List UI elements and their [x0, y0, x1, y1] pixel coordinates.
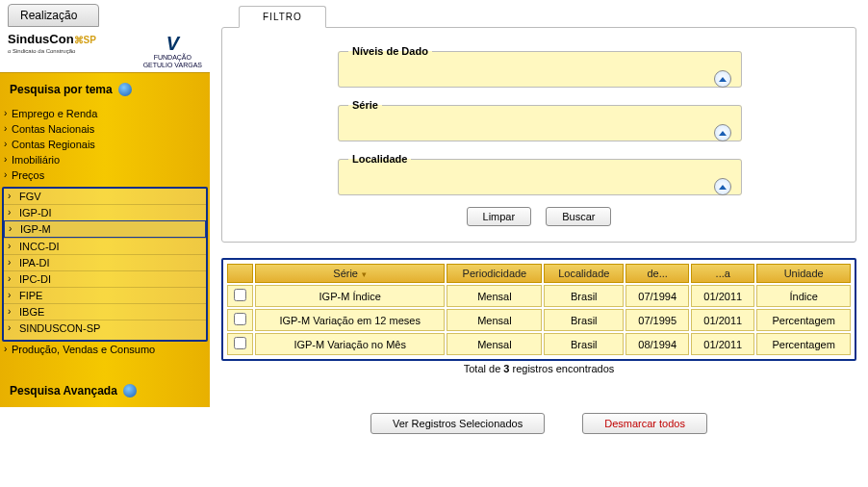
filter-panel: Níveis de Dado Série Localidade Limpar B… [221, 27, 856, 243]
fgv-logo: V FUNDAÇÃO GETULIO VARGAS [143, 33, 202, 68]
dropdown-localidade-icon[interactable] [714, 178, 731, 195]
logo-area: SindusCon⌘SP o Sindicato da Construção V… [0, 27, 210, 72]
nav-section: Pesquisa por tema Emprego e Renda Contas… [0, 72, 210, 407]
row-checkbox[interactable] [234, 313, 246, 325]
col-unidade[interactable]: Unidade [756, 264, 851, 283]
tab-filtro[interactable]: FILTRO [239, 6, 326, 28]
cell-loc: Brasil [544, 309, 624, 331]
total-line: Total de 3 registros encontrados [221, 363, 856, 374]
nav-subitem[interactable]: IPA-DI [4, 254, 206, 270]
nav-subitem[interactable]: FIPE [4, 287, 206, 303]
col-localidade[interactable]: Localidade [544, 264, 624, 283]
nav-item[interactable]: Preços [0, 167, 210, 183]
globe-icon [123, 384, 137, 397]
col-check [227, 264, 253, 283]
results-table: Série▾ Periodicidade Localidade de... ..… [225, 262, 853, 357]
dropdown-niveis-icon[interactable] [714, 70, 731, 88]
cell-serie: IGP-M Variação no Mês [255, 333, 445, 355]
nav-item[interactable]: Imobiliário [0, 152, 210, 167]
fieldset-localidade: Localidade [338, 153, 742, 195]
table-row: IGP-M Variação em 12 mesesMensalBrasil07… [227, 309, 851, 331]
dropdown-serie-icon[interactable] [714, 124, 731, 141]
nav-item[interactable]: Contas Regionais [0, 137, 210, 152]
nav-item[interactable]: Emprego e Renda [0, 106, 210, 121]
cell-de: 07/1994 [625, 285, 689, 307]
sort-icon: ▾ [362, 269, 367, 279]
cell-loc: Brasil [544, 285, 624, 307]
realizacao-tab[interactable]: Realização [8, 4, 99, 27]
buscar-button[interactable]: Buscar [546, 207, 611, 226]
cell-unidade: Percentagem [756, 333, 851, 355]
cell-serie: IGP-M Índice [255, 285, 445, 307]
nav-subitem[interactable]: IBGE [4, 303, 206, 320]
main-panel: FILTRO Níveis de Dado Série Localidade L… [210, 0, 868, 487]
limpar-button[interactable]: Limpar [467, 207, 532, 226]
cell-unidade: Percentagem [756, 309, 851, 331]
cell-period: Mensal [447, 333, 542, 355]
row-checkbox[interactable] [234, 337, 246, 349]
col-serie[interactable]: Série▾ [255, 264, 445, 283]
cell-serie: IGP-M Variação em 12 meses [255, 309, 445, 331]
cell-period: Mensal [447, 285, 542, 307]
nav-subitem[interactable]: IPC-DI [4, 270, 206, 287]
cell-unidade: Índice [756, 285, 851, 307]
sinduscon-logo: SindusCon⌘SP o Sindicato da Construção [8, 33, 96, 55]
ver-registros-button[interactable]: Ver Registros Selecionados [370, 413, 545, 434]
globe-icon [118, 83, 132, 96]
nav-subgroup-precos: FGV IGP-DI IGP-M INCC-DI IPA-DI IPC-DI F… [2, 187, 208, 342]
cell-de: 07/1995 [625, 309, 689, 331]
nav-subitem[interactable]: SINDUSCON-SP [4, 320, 206, 336]
sidebar: Realização SindusCon⌘SP o Sindicato da C… [0, 0, 210, 487]
col-de[interactable]: de... [625, 264, 689, 283]
table-row: IGP-M Variação no MêsMensalBrasil08/1994… [227, 333, 851, 355]
cell-period: Mensal [447, 309, 542, 331]
row-checkbox[interactable] [234, 289, 246, 301]
cell-a: 01/2011 [691, 309, 754, 331]
nav-subitem[interactable]: IGP-DI [4, 204, 206, 220]
fieldset-serie: Série [338, 99, 742, 141]
cell-loc: Brasil [544, 333, 624, 355]
nav-subitem-selected[interactable]: IGP-M [4, 220, 206, 238]
table-row: IGP-M ÍndiceMensalBrasil07/199401/2011Ín… [227, 285, 851, 307]
pesquisa-tema-header[interactable]: Pesquisa por tema [0, 73, 210, 106]
legend-niveis: Níveis de Dado [348, 45, 432, 57]
results-table-wrap: Série▾ Periodicidade Localidade de... ..… [221, 258, 856, 361]
nav-subitem[interactable]: INCC-DI [4, 238, 206, 254]
desmarcar-todos-button[interactable]: Desmarcar todos [582, 413, 707, 434]
cell-a: 01/2011 [691, 285, 754, 307]
nav-list-main: Emprego e Renda Contas Nacionais Contas … [0, 106, 210, 187]
col-periodicidade[interactable]: Periodicidade [447, 264, 542, 283]
nav-subitem[interactable]: FGV [4, 189, 206, 204]
col-a[interactable]: ...a [691, 264, 754, 283]
pesquisa-avancada-header[interactable]: Pesquisa Avançada [0, 374, 210, 407]
nav-item[interactable]: Contas Nacionais [0, 121, 210, 137]
nav-item[interactable]: Produção, Vendas e Consumo [0, 342, 210, 357]
cell-a: 01/2011 [691, 333, 754, 355]
legend-serie: Série [348, 99, 382, 111]
legend-localidade: Localidade [348, 153, 411, 165]
fieldset-niveis: Níveis de Dado [338, 45, 742, 88]
cell-de: 08/1994 [625, 333, 689, 355]
